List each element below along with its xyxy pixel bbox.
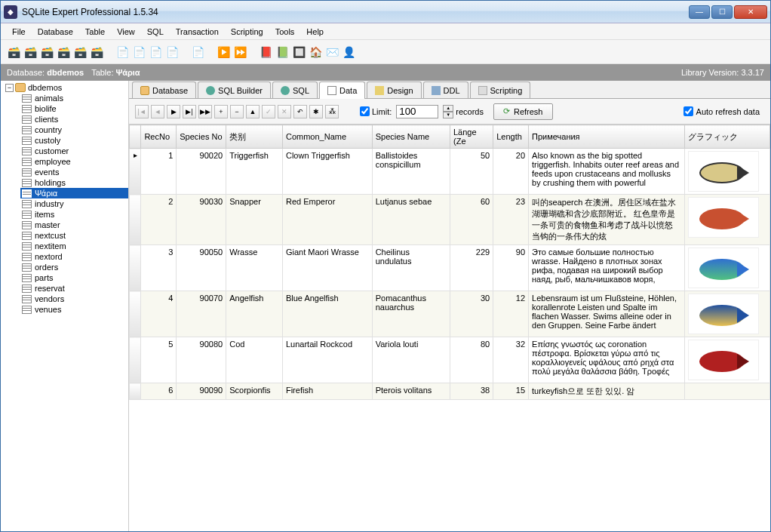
file-new-icon[interactable]: 📄 — [115, 45, 129, 59]
book2-icon[interactable]: 📗 — [275, 45, 289, 59]
tab-sql[interactable]: SQL — [272, 81, 318, 98]
execute-icon[interactable]: ▶️ — [217, 45, 230, 59]
tree-table-item[interactable]: orders — [20, 262, 128, 272]
cell[interactable]: 15 — [493, 383, 529, 400]
file-delete-icon[interactable]: 📄 — [132, 45, 146, 59]
cell[interactable] — [130, 245, 141, 291]
cell[interactable]: Lunartail Rockcod — [282, 337, 372, 383]
cell[interactable]: Clown Triggerfish — [282, 149, 372, 195]
cell[interactable]: 23 — [493, 195, 529, 245]
nav-cancel-icon[interactable]: ✕ — [278, 105, 291, 118]
column-header[interactable]: Length — [493, 125, 529, 149]
tree-table-item[interactable]: employee — [20, 156, 128, 167]
cell[interactable]: 5 — [141, 337, 177, 383]
menu-scripting[interactable]: Scripting — [226, 26, 269, 38]
cell[interactable] — [684, 291, 769, 337]
book1-icon[interactable]: 📕 — [259, 45, 272, 59]
db-attach-icon[interactable]: 🗃️ — [57, 45, 70, 59]
cell[interactable] — [684, 149, 769, 195]
cell[interactable]: Variola louti — [372, 337, 450, 383]
cell[interactable]: Red Emperor — [282, 195, 372, 245]
cell[interactable]: 90 — [493, 245, 529, 291]
cell[interactable]: 90090 — [177, 383, 226, 400]
cell[interactable]: 30 — [450, 291, 493, 337]
nav-delete-icon[interactable]: − — [230, 105, 244, 118]
db-add-icon[interactable]: 🗃️ — [23, 45, 37, 59]
cell[interactable] — [130, 337, 141, 383]
cell[interactable]: Firefish — [282, 383, 372, 400]
nav-fastfwd-icon[interactable]: ▶▶ — [198, 105, 212, 118]
tab-design[interactable]: Design — [367, 81, 421, 98]
db-remove-icon[interactable]: 🗃️ — [40, 45, 54, 59]
page-icon[interactable]: 📄 — [191, 45, 204, 59]
cell[interactable]: 20 — [493, 149, 529, 195]
nav-edit-icon[interactable]: ▲ — [246, 105, 260, 118]
cell[interactable] — [130, 383, 141, 400]
nav-filter-icon[interactable]: ⁂ — [325, 105, 339, 118]
nav-undo-icon[interactable]: ↶ — [293, 105, 307, 118]
table-row[interactable]: 490070AngelfishBlue AngelfishPomacanthus… — [130, 291, 770, 337]
cell[interactable] — [684, 245, 769, 291]
cell[interactable]: 90080 — [177, 337, 226, 383]
cell[interactable]: Ballistoides conspicillum — [372, 149, 450, 195]
data-grid[interactable]: RecNoSpecies No类别Common_NameSpecies Name… — [129, 125, 770, 531]
column-header[interactable]: グラフィック — [684, 125, 769, 149]
column-header[interactable]: Species Name — [372, 125, 450, 149]
limit-checkbox[interactable] — [360, 106, 370, 116]
minimize-button[interactable]: — — [689, 5, 710, 19]
column-header[interactable]: Länge (Ze — [450, 125, 493, 149]
nav-prev-icon[interactable]: ◄ — [151, 105, 164, 118]
sqlite-icon[interactable]: 🔲 — [292, 45, 306, 59]
cell[interactable]: Pterois volitans — [372, 383, 450, 400]
cell[interactable]: Also known as the big spotted triggerfis… — [529, 149, 685, 195]
tab-ddl[interactable]: DDL — [423, 81, 468, 98]
execute-all-icon[interactable]: ⏩ — [233, 45, 247, 59]
cell[interactable]: Blue Angelfish — [282, 291, 372, 337]
cell[interactable]: 80 — [450, 337, 493, 383]
cell[interactable]: 12 — [493, 291, 529, 337]
menu-tools[interactable]: Tools — [270, 26, 300, 38]
menu-table[interactable]: Table — [80, 26, 110, 38]
tree-collapse-icon[interactable]: − — [5, 84, 14, 92]
column-header[interactable]: 类别 — [226, 125, 283, 149]
column-header[interactable]: Common_Name — [282, 125, 372, 149]
cell[interactable]: 90070 — [177, 291, 226, 337]
tree-table-item[interactable]: animals — [20, 93, 128, 103]
column-header[interactable]: RecNo — [141, 125, 177, 149]
cell[interactable]: Cheilinus undulatus — [372, 245, 450, 291]
cell[interactable]: turkeyfish으로 또한 있있. 암 — [529, 383, 685, 400]
tree-table-item[interactable]: master — [20, 220, 128, 230]
menu-sql[interactable]: SQL — [142, 26, 169, 38]
menu-help[interactable]: Help — [301, 26, 329, 38]
db-new-icon[interactable]: 🗃️ — [7, 45, 20, 59]
cell[interactable]: Это самые большие полностью wrasse. Найд… — [529, 245, 685, 291]
home-icon[interactable]: 🏠 — [309, 45, 322, 59]
refresh-button[interactable]: ⟳ Refresh — [493, 103, 553, 120]
cell[interactable]: Giant Maori Wrasse — [282, 245, 372, 291]
nav-last-icon[interactable]: ▶| — [183, 105, 196, 118]
cell[interactable]: 2 — [141, 195, 177, 245]
cell[interactable]: Scorpionfis — [226, 383, 283, 400]
table-row[interactable]: 690090ScorpionfisFirefishPterois volitan… — [130, 383, 770, 400]
user-icon[interactable]: 👤 — [342, 45, 355, 59]
cell[interactable]: Επίσης γνωστός ως coronation πέστροφα. Β… — [529, 337, 685, 383]
mail-icon[interactable]: ✉️ — [325, 45, 339, 59]
cell[interactable] — [130, 291, 141, 337]
cell[interactable]: Cod — [226, 337, 283, 383]
tab-database[interactable]: Database — [132, 81, 196, 98]
db-refresh-icon[interactable]: 🗃️ — [90, 45, 103, 59]
tree-table-item[interactable]: nextord — [20, 251, 128, 262]
db-open-icon[interactable]: 🗃️ — [73, 45, 87, 59]
nav-next-icon[interactable]: ▶ — [167, 105, 180, 118]
cell[interactable]: Triggerfish — [226, 149, 283, 195]
tree-table-item[interactable]: reservat — [20, 283, 128, 294]
cell[interactable]: 229 — [450, 245, 493, 291]
cell[interactable]: 3 — [141, 245, 177, 291]
tree-table-item[interactable]: Ψάρια — [20, 188, 128, 198]
tree-table-item[interactable]: clients — [20, 114, 128, 125]
menu-database[interactable]: Database — [32, 26, 78, 38]
cell[interactable]: 38 — [450, 383, 493, 400]
tree-table-item[interactable]: nextcust — [20, 230, 128, 241]
db-tree[interactable]: − dbdemos animalsbiolifeclientscountrycu… — [1, 81, 129, 531]
cell[interactable]: 32 — [493, 337, 529, 383]
